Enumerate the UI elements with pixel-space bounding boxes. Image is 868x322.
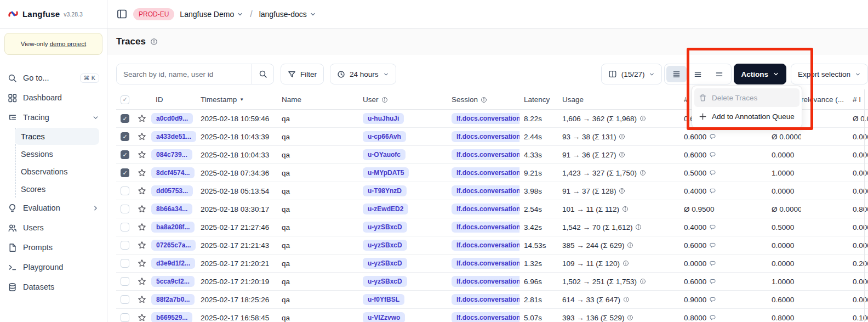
row-checkbox[interactable] — [121, 150, 129, 159]
row-checkbox[interactable] — [121, 223, 129, 231]
score-cell: 0.0000 — [765, 151, 801, 159]
user-badge[interactable]: u-f0YfBSL — [363, 294, 404, 305]
user-badge[interactable]: u-zEwdED2 — [363, 204, 408, 214]
org-switcher[interactable]: Langfuse Demo — [180, 10, 243, 19]
user-badge[interactable]: u-T98YnzD — [363, 185, 407, 196]
session-badge[interactable]: lf.docs.conversation... — [452, 167, 519, 178]
row-checkbox[interactable] — [121, 295, 129, 304]
menu-item-delete-traces[interactable]: Delete Traces — [694, 88, 800, 107]
project-switcher[interactable]: langfuse-docs — [259, 10, 316, 19]
row-height-large-button[interactable] — [709, 66, 729, 82]
star-icon[interactable] — [138, 277, 146, 286]
session-badge[interactable]: lf.docs.conversation... — [452, 258, 519, 269]
session-badge[interactable]: lf.docs.conversation... — [452, 113, 519, 124]
column-header-last[interactable]: # I — [848, 95, 868, 104]
row-checkbox[interactable] — [121, 114, 129, 123]
session-badge[interactable]: lf.docs.conversation... — [452, 222, 519, 233]
menu-item-add-to-annotation-queue[interactable]: Add to Annotation Queue — [694, 107, 800, 126]
session-badge[interactable]: lf.docs.conversation... — [452, 240, 519, 251]
trace-id-badge[interactable]: 084c739... — [151, 149, 192, 160]
sidebar-item-prompts[interactable]: Prompts — [0, 238, 107, 257]
user-badge[interactable]: u-yzSBxcD — [363, 240, 407, 251]
sidebar-item-datasets[interactable]: Datasets — [0, 277, 107, 297]
user-badge[interactable]: u-OYauofc — [363, 149, 406, 160]
export-selection-button[interactable]: Export selection — [791, 64, 868, 84]
star-icon[interactable] — [138, 259, 146, 268]
user-badge[interactable]: u-yzSBxcD — [363, 222, 407, 233]
select-all-checkbox[interactable] — [121, 95, 129, 104]
row-checkbox[interactable] — [121, 313, 129, 322]
star-icon[interactable] — [138, 313, 146, 322]
trace-id-badge[interactable]: dd05753... — [151, 185, 193, 196]
row-checkbox[interactable] — [121, 277, 129, 286]
star-icon[interactable] — [138, 168, 146, 177]
row-height-medium-button[interactable] — [688, 66, 708, 82]
trace-id-badge[interactable]: 5cca9cf2... — [151, 276, 195, 287]
column-header-id[interactable]: ID — [150, 95, 196, 104]
star-icon[interactable] — [138, 241, 146, 250]
sidebar-item-scores[interactable]: Scores — [15, 180, 99, 197]
row-checkbox[interactable] — [121, 259, 129, 268]
column-header-user[interactable]: User — [357, 95, 446, 104]
sidebar-item-traces[interactable]: Traces — [15, 128, 99, 145]
user-badge[interactable]: u-MYpDAT5 — [363, 167, 409, 178]
row-height-small-button[interactable] — [666, 66, 687, 82]
trace-id-badge[interactable]: a0cd0d9... — [151, 113, 193, 124]
session-badge[interactable]: lf.docs.conversation... — [452, 185, 519, 196]
sidebar-item-observations[interactable]: Observations — [15, 163, 99, 180]
column-header-name[interactable]: Name — [276, 95, 357, 104]
trace-id-badge[interactable]: b669529... — [151, 312, 192, 322]
star-icon[interactable] — [138, 150, 146, 159]
chevron-down-icon — [773, 71, 779, 77]
sidebar-item-users[interactable]: Users — [0, 218, 107, 238]
session-badge[interactable]: lf.docs.conversation... — [452, 204, 519, 214]
trace-id-badge[interactable]: a433de51... — [151, 131, 196, 142]
panel-left-icon[interactable] — [116, 8, 128, 20]
user-badge[interactable]: u-yzSBxcD — [363, 276, 407, 287]
user-badge[interactable]: u-cp66Avh — [363, 131, 406, 142]
row-checkbox[interactable] — [121, 241, 129, 250]
trace-id-badge[interactable]: d3e9d1f2... — [151, 258, 195, 269]
sidebar-item-tracing[interactable]: Tracing — [0, 108, 107, 127]
row-checkbox[interactable] — [121, 205, 129, 213]
star-icon[interactable] — [138, 223, 146, 231]
user-badge[interactable]: u-yzSBxcD — [363, 258, 407, 269]
trace-id-badge[interactable]: ba8a208f... — [151, 222, 195, 233]
sidebar-item-sessions[interactable]: Sessions — [15, 145, 99, 162]
session-badge[interactable]: lf.docs.conversation... — [452, 131, 519, 142]
trace-id-badge[interactable]: 8b66a34... — [151, 204, 192, 214]
column-header-relevance[interactable]: relevance (... — [801, 95, 848, 104]
sidebar-item-playground[interactable]: Playground — [0, 257, 107, 277]
column-header-usage[interactable]: Usage — [557, 95, 677, 104]
column-visibility-button[interactable]: (15/27) — [601, 64, 663, 84]
row-checkbox[interactable] — [121, 168, 129, 177]
session-badge[interactable]: lf.docs.conversation... — [452, 276, 519, 287]
star-icon[interactable] — [138, 114, 146, 123]
sidebar-item-goto[interactable]: Go to... ⌘ K — [0, 68, 107, 88]
actions-button[interactable]: Actions — [734, 64, 786, 84]
column-header-session[interactable]: Session — [446, 95, 519, 104]
search-submit-button[interactable] — [252, 64, 273, 84]
time-range-button[interactable]: 24 hours — [330, 64, 396, 84]
trace-id-badge[interactable]: 07265c7a... — [151, 240, 196, 251]
row-checkbox[interactable] — [121, 187, 129, 195]
session-badge[interactable]: lf.docs.conversation... — [452, 149, 519, 160]
star-icon[interactable] — [138, 295, 146, 304]
user-badge[interactable]: u-huJhuJi — [363, 113, 404, 124]
trace-id-badge[interactable]: 88f2a7b0... — [151, 294, 195, 305]
star-icon[interactable] — [138, 187, 146, 195]
trace-id-badge[interactable]: 8dcf4574... — [151, 167, 195, 178]
row-checkbox[interactable] — [121, 132, 129, 141]
sidebar-item-dashboard[interactable]: Dashboard — [0, 88, 107, 108]
search-input[interactable] — [117, 64, 252, 84]
column-header-timestamp[interactable]: Timestamp▼ — [196, 95, 276, 104]
star-icon[interactable] — [138, 205, 146, 213]
session-badge[interactable]: lf.docs.conversation... — [452, 312, 519, 322]
demo-project-link[interactable]: demo project — [50, 41, 86, 47]
star-icon[interactable] — [138, 132, 146, 141]
user-badge[interactable]: u-VIZzvwo — [363, 312, 405, 322]
sidebar-item-evaluation[interactable]: Evaluation — [0, 198, 107, 218]
column-header-latency[interactable]: Latency — [519, 95, 557, 104]
filter-button[interactable]: Filter — [281, 64, 324, 84]
session-badge[interactable]: lf.docs.conversation... — [452, 294, 519, 305]
